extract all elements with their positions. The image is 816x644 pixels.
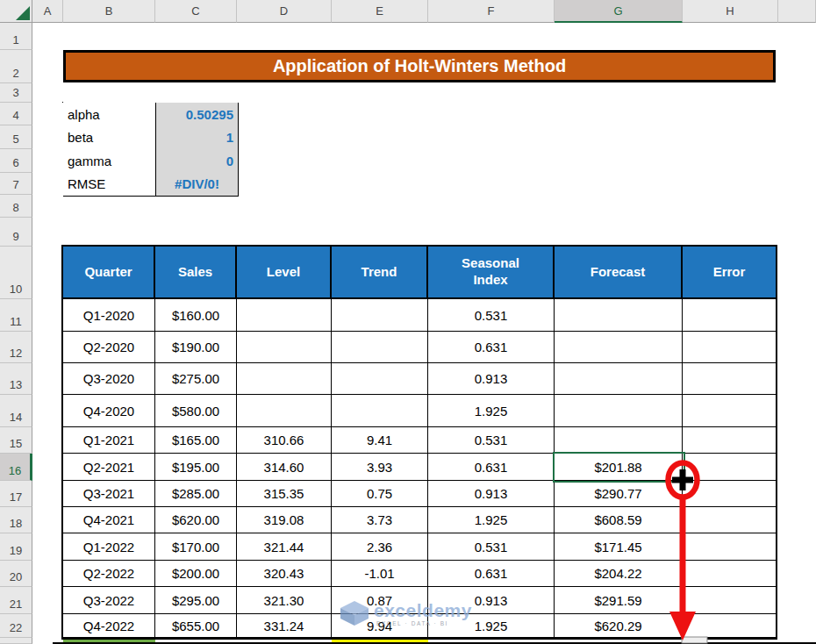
- table-header-level[interactable]: Level: [237, 247, 332, 299]
- cell-r13c2[interactable]: [237, 363, 332, 395]
- cell-r16c1[interactable]: $195.00: [155, 454, 237, 481]
- column-header-B[interactable]: B: [63, 0, 155, 23]
- cell-r20c2[interactable]: 320.43: [237, 561, 332, 587]
- row-header-10[interactable]: 10: [0, 247, 32, 299]
- row-header-3[interactable]: 3: [0, 83, 32, 103]
- table-header-error[interactable]: Error: [683, 247, 776, 299]
- cell-r22c2[interactable]: 331.24: [237, 614, 332, 638]
- row-header-13[interactable]: 13: [0, 363, 32, 395]
- cell-r22c5[interactable]: $620.29: [555, 614, 683, 638]
- cell-r21c3[interactable]: 0.87: [332, 587, 428, 614]
- cell-r18c6[interactable]: [683, 507, 776, 533]
- cell-r11c5[interactable]: [555, 299, 683, 332]
- column-header-F[interactable]: F: [428, 0, 555, 23]
- cell-r21c1[interactable]: $295.00: [155, 587, 237, 614]
- param-value-beta[interactable]: 1: [156, 125, 239, 151]
- table-header-forecast[interactable]: Forecast: [555, 247, 683, 299]
- row-header-22[interactable]: 22: [0, 614, 32, 638]
- param-value-gamma[interactable]: 0: [156, 149, 239, 175]
- param-value-alpha[interactable]: 0.50295: [156, 103, 239, 127]
- cell-r18c3[interactable]: 3.73: [332, 507, 428, 533]
- cell-r17c4[interactable]: 0.913: [428, 481, 555, 507]
- cell-r11c1[interactable]: $160.00: [155, 299, 237, 332]
- row-header-20[interactable]: 20: [0, 561, 32, 587]
- row-header-4[interactable]: 4: [0, 103, 32, 125]
- column-header-partial[interactable]: [778, 0, 816, 23]
- param-label-beta[interactable]: beta: [63, 125, 156, 151]
- row-header-12[interactable]: 12: [0, 332, 32, 363]
- cell-r20c6[interactable]: [683, 561, 776, 587]
- cell-r11c3[interactable]: [332, 299, 428, 332]
- row-header-18[interactable]: 18: [0, 507, 32, 533]
- cell-r14c0[interactable]: Q4-2020: [63, 395, 155, 427]
- row-header-14[interactable]: 14: [0, 395, 32, 427]
- cell-r22c4[interactable]: 1.925: [428, 614, 555, 638]
- cell-r13c0[interactable]: Q3-2020: [63, 363, 155, 395]
- cell-r17c6[interactable]: [683, 481, 776, 507]
- cell-r14c1[interactable]: $580.00: [155, 395, 237, 427]
- row-header-7[interactable]: 7: [0, 173, 32, 195]
- cell-r21c0[interactable]: Q3-2022: [63, 587, 155, 614]
- select-all-corner[interactable]: [0, 0, 32, 23]
- column-header-G[interactable]: G: [555, 0, 683, 23]
- row-header-15[interactable]: 15: [0, 427, 32, 454]
- cell-r15c4[interactable]: 0.531: [428, 427, 555, 454]
- cell-r15c2[interactable]: 310.66: [237, 427, 332, 454]
- cell-r14c6[interactable]: [683, 395, 776, 427]
- cell-r16c4[interactable]: 0.631: [428, 454, 555, 481]
- row-header-1[interactable]: 1: [0, 23, 32, 50]
- cell-r11c6[interactable]: [683, 299, 776, 332]
- column-header-A[interactable]: A: [32, 0, 63, 23]
- cell-r16c2[interactable]: 314.60: [237, 454, 332, 481]
- cell-r22c1[interactable]: $655.00: [155, 614, 237, 638]
- row-header-19[interactable]: 19: [0, 533, 32, 561]
- cell-r19c6[interactable]: [683, 533, 776, 561]
- cell-r21c2[interactable]: 321.30: [237, 587, 332, 614]
- row-header-partial[interactable]: [0, 638, 32, 644]
- cell-r11c2[interactable]: [237, 299, 332, 332]
- cell-r17c1[interactable]: $285.00: [155, 481, 237, 507]
- column-header-H[interactable]: H: [683, 0, 778, 23]
- cell-r17c5[interactable]: $290.77: [555, 481, 683, 507]
- cell-r18c5[interactable]: $608.59: [555, 507, 683, 533]
- column-header-D[interactable]: D: [237, 0, 332, 23]
- row-header-2[interactable]: 2: [0, 50, 32, 83]
- row-header-9[interactable]: 9: [0, 218, 32, 247]
- cell-r13c1[interactable]: $275.00: [155, 363, 237, 395]
- cell-r16c6[interactable]: [683, 454, 776, 481]
- cell-r15c0[interactable]: Q1-2021: [63, 427, 155, 454]
- cell-r22c3[interactable]: 9.94: [332, 614, 428, 638]
- cell-r19c5[interactable]: $171.45: [555, 533, 683, 561]
- cell-r14c5[interactable]: [555, 395, 683, 427]
- cell-r17c3[interactable]: 0.75: [332, 481, 428, 507]
- cell-r21c5[interactable]: $291.59: [555, 587, 683, 614]
- cell-r18c2[interactable]: 319.08: [237, 507, 332, 533]
- cell-r12c0[interactable]: Q2-2020: [63, 332, 155, 363]
- cell-r12c4[interactable]: 0.631: [428, 332, 555, 363]
- cell-r13c4[interactable]: 0.913: [428, 363, 555, 395]
- row-header-8[interactable]: 8: [0, 195, 32, 218]
- table-header-trend[interactable]: Trend: [332, 247, 428, 299]
- cell-r12c1[interactable]: $190.00: [155, 332, 237, 363]
- cell-r20c5[interactable]: $204.22: [555, 561, 683, 587]
- cell-r19c0[interactable]: Q1-2022: [63, 533, 155, 561]
- table-header-sales[interactable]: Sales: [155, 247, 237, 299]
- cell-r18c4[interactable]: 1.925: [428, 507, 555, 533]
- param-value-RMSE[interactable]: #DIV/0!: [156, 173, 239, 197]
- cell-r12c2[interactable]: [237, 332, 332, 363]
- row-header-17[interactable]: 17: [0, 481, 32, 507]
- cell-r20c4[interactable]: 0.631: [428, 561, 555, 587]
- cell-r15c3[interactable]: 9.41: [332, 427, 428, 454]
- cell-r22c6[interactable]: [683, 614, 776, 638]
- cell-r13c5[interactable]: [555, 363, 683, 395]
- cell-r20c3[interactable]: -1.01: [332, 561, 428, 587]
- cell-r19c3[interactable]: 2.36: [332, 533, 428, 561]
- row-header-21[interactable]: 21: [0, 587, 32, 614]
- row-header-5[interactable]: 5: [0, 125, 32, 149]
- cell-r13c6[interactable]: [683, 363, 776, 395]
- cell-r12c3[interactable]: [332, 332, 428, 363]
- cell-r18c0[interactable]: Q4-2021: [63, 507, 155, 533]
- cell-r11c4[interactable]: 0.531: [428, 299, 555, 332]
- cell-r21c6[interactable]: [683, 587, 776, 614]
- column-header-C[interactable]: C: [155, 0, 237, 23]
